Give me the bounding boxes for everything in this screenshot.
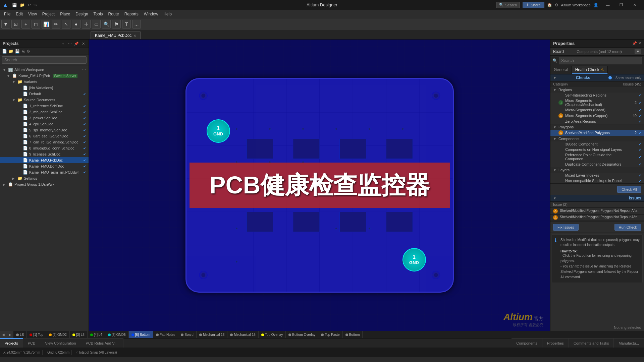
menu-design[interactable]: Design <box>73 10 91 18</box>
toolbar-inspect[interactable]: 🔍 <box>102 20 111 28</box>
check-all-button[interactable]: Check All <box>617 186 641 193</box>
toolbar-cross[interactable]: ✛ <box>82 20 91 28</box>
toolbar-rect[interactable]: ▭ <box>92 20 101 28</box>
layer-tab-top-overlay[interactable]: Top Overlay <box>259 331 286 339</box>
toolbar-chart[interactable]: 📊 <box>42 20 50 28</box>
layer-nav-right[interactable]: ▶ <box>7 331 13 339</box>
bottom-tab-projects[interactable]: Projects <box>0 338 23 348</box>
bottom-tab-rules[interactable]: PCB Rules And Vi... <box>81 338 124 348</box>
tree-item-project-group[interactable]: ▶ 📋 Project Group 1.DsnWrk <box>0 181 89 187</box>
layer-tab-gnd2[interactable]: [2] GND2 <box>46 331 70 339</box>
toolbar-add[interactable]: + <box>21 20 30 28</box>
toolbar-pen[interactable]: ✏ <box>52 20 60 28</box>
group-header-polygons[interactable]: ▼ Polygons <box>550 124 644 130</box>
tree-item-7-can[interactable]: 📄 7_can_rc_i2c_analog.SchDoc ✔ <box>0 139 89 145</box>
tree-item-source-docs[interactable]: ▼ 📁 Source Documents <box>0 97 89 103</box>
toolbar-more[interactable]: … <box>132 20 141 28</box>
layer-tab-mech15[interactable]: Mechanical 15 <box>227 331 258 339</box>
check-zero-area[interactable]: Zero Area Regions ✔ <box>550 119 644 124</box>
menu-route[interactable]: Route <box>106 10 122 18</box>
bottom-tab-comments[interactable]: Comments and Tasks <box>569 338 614 348</box>
filter-button[interactable]: ▼ <box>635 49 641 54</box>
canvas-area[interactable]: 1 GND 1 GND 15 : GND PCB健康检查监控器 <box>89 40 550 331</box>
panel-pin-right-icon[interactable]: 📌 <box>632 41 637 46</box>
right-search-input[interactable] <box>559 57 642 64</box>
group-header-regions[interactable]: ▼ Regions <box>550 87 644 93</box>
panel-tb-open[interactable]: 📁 <box>8 49 13 54</box>
toolbar-text[interactable]: T <box>122 20 131 28</box>
layer-nav-left[interactable]: ◀ <box>0 331 7 339</box>
layer-tab-l3[interactable]: [3] L3 <box>70 331 88 339</box>
tree-item-pcbdoc[interactable]: 📄 Kame_FMU.PcbDoc ✔ <box>0 157 89 163</box>
panel-add-icon[interactable]: + <box>60 41 66 46</box>
run-check-button[interactable]: Run Check <box>614 224 641 231</box>
check-microseg-graphic[interactable]: ℹ Micro-Segments (Graphics/Mechanical) 2… <box>550 98 644 107</box>
menu-reports[interactable]: Reports <box>122 10 141 18</box>
panel-tb-print[interactable]: 🖨 <box>21 49 25 54</box>
toolbar-cursor[interactable]: ↖ <box>62 20 70 28</box>
search-toolbar[interactable]: 🔍 Search <box>496 2 520 8</box>
share-button[interactable]: ⬆ Share <box>523 2 544 8</box>
restore-button[interactable]: ❐ <box>614 0 628 10</box>
tree-item-pcbdwf[interactable]: 📄 Kame_FMU_asm_rm.PCBdwf ✔ <box>0 169 89 175</box>
panel-tb-new[interactable]: 📄 <box>2 49 7 54</box>
issues-section-header[interactable]: ▼ Issues <box>550 195 644 202</box>
layer-tab-board[interactable]: Board <box>178 331 197 339</box>
layer-tab-bottom[interactable]: [6] Bottom <box>129 331 154 339</box>
panel-close-icon[interactable]: ✕ <box>80 41 86 46</box>
settings-icon[interactable]: ⚙ <box>555 3 558 7</box>
check-dup-designators[interactable]: Duplicate Component Designators ✔ <box>550 162 644 167</box>
workspace-more-icon[interactable]: ⋯ <box>82 68 86 72</box>
layer-tab-top[interactable]: [1] Top <box>27 331 46 339</box>
tree-item-bomdoc[interactable]: 📄 Kame_FMU.BomDoc ✔ <box>0 163 89 169</box>
issue-item-2[interactable]: ⚠ Shelved/Modified Polygon: Polygon Not … <box>550 215 644 221</box>
tree-item-1-ref[interactable]: 📄 1_reference.SchDoc ✔ <box>0 103 89 109</box>
bottom-tab-view-config[interactable]: View Configuration <box>40 338 81 348</box>
menu-file[interactable]: File <box>1 10 13 18</box>
panel-tb-save[interactable]: 💾 <box>15 49 20 54</box>
tab-general[interactable]: General <box>550 66 572 74</box>
tab-close-icon[interactable]: ✕ <box>133 34 136 38</box>
tree-item-settings[interactable]: ▶ 📁 Settings <box>0 175 89 181</box>
check-360deg[interactable]: 360deg Component ✔ <box>550 141 644 147</box>
tab-health-check[interactable]: Health Check ⚠ <box>572 66 608 74</box>
checks-section-header[interactable]: ▼ Checks Show issues only <box>550 74 644 81</box>
bottom-tab-components[interactable]: Components <box>512 338 542 348</box>
toolbar-filter[interactable]: ▼ <box>1 20 10 28</box>
tree-item-no-variations[interactable]: 📄 [No Variations] <box>0 85 89 91</box>
project-search-input[interactable] <box>2 56 87 64</box>
layer-tab-top-paste[interactable]: Top Paste <box>318 331 342 339</box>
menu-view[interactable]: View <box>25 10 40 18</box>
minimize-button[interactable]: — <box>601 0 614 10</box>
menu-place[interactable]: Place <box>57 10 73 18</box>
check-self-intersecting[interactable]: Self-Intersecting Regions ✔ <box>550 93 644 98</box>
panel-tb-settings[interactable]: ⚙ <box>26 49 30 54</box>
check-microseg-board[interactable]: Micro-Segments (Board) ✔ <box>550 107 644 113</box>
save-to-server-btn[interactable]: Save to Server <box>53 74 77 78</box>
group-header-layers[interactable]: ▼ Layers <box>550 167 644 173</box>
bottom-tab-properties[interactable]: Properties <box>542 338 569 348</box>
tree-item-6-uart[interactable]: 📄 6_uart_esc_i2c.SchDoc ✔ <box>0 133 89 139</box>
menu-window[interactable]: Window <box>141 10 161 18</box>
check-stackup[interactable]: Non-compatible Stackups in Panel ✔ <box>550 178 644 183</box>
layer-tab-bottom-overlay[interactable]: Bottom Overlay <box>286 331 318 339</box>
tree-item-variants[interactable]: ▼ 📁 Variants <box>0 79 89 85</box>
tree-item-5-spi[interactable]: 📄 5_spi_memory.SchDoc ✔ <box>0 127 89 133</box>
tree-item-4-cpu[interactable]: 📄 4_cpu.SchDoc ✔ <box>0 121 89 127</box>
close-button[interactable]: ✕ <box>628 0 641 10</box>
tree-item-2-mb[interactable]: 📄 2_mb_conn.SchDoc ✔ <box>0 109 89 115</box>
toolbar-snap[interactable]: ⊡ <box>11 20 20 28</box>
menu-edit[interactable]: Edit <box>13 10 25 18</box>
home-icon[interactable]: 🏠 <box>547 3 552 7</box>
check-microseg-copper[interactable]: ⚠ Micro-Segments (Copper) 40 ✔ <box>550 113 644 119</box>
panel-close-right-icon[interactable]: ✕ <box>638 41 641 46</box>
tree-item-9-lic[interactable]: 📄 9_licenses.SchDoc ✔ <box>0 151 89 157</box>
group-header-components[interactable]: ▼ Components <box>550 136 644 141</box>
show-issues-radio[interactable] <box>608 76 612 79</box>
fix-issues-button[interactable]: Fix Issues <box>553 224 579 231</box>
bottom-tab-manufacture[interactable]: Manufactu... <box>614 338 644 348</box>
layer-tab-l4[interactable]: [4] L4 <box>88 331 105 339</box>
tree-item-3-pwr[interactable]: 📄 3_power.SchDoc ✔ <box>0 115 89 121</box>
check-mixed-layer[interactable]: Mixed Layer Indexes ✔ <box>550 173 644 178</box>
tree-item-default[interactable]: 📄 Default ✔ <box>0 91 89 97</box>
